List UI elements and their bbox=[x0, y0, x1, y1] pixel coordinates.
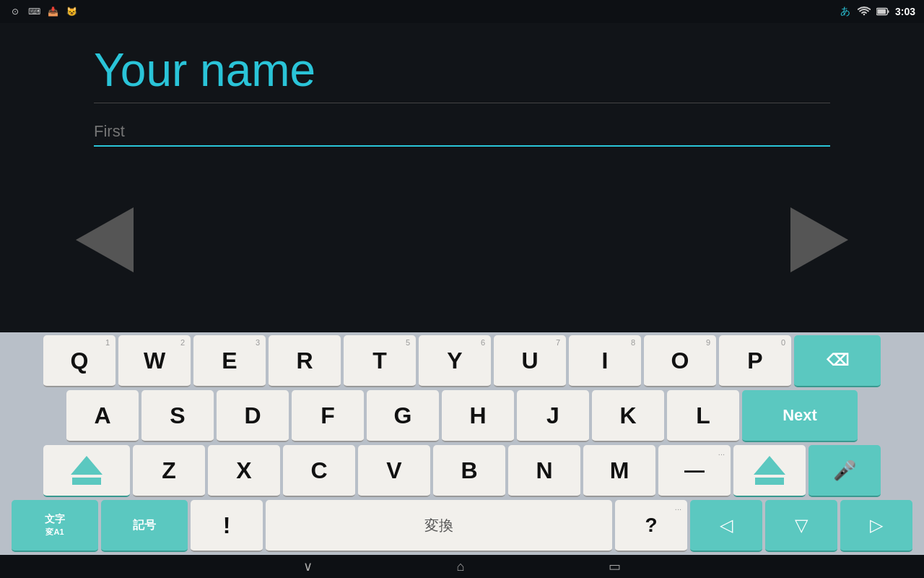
moji-key[interactable]: 文字変A1 bbox=[12, 500, 98, 552]
kigo-key[interactable]: 記号 bbox=[101, 500, 188, 552]
status-right-icons: あ 3:03 bbox=[839, 5, 915, 18]
key-k[interactable]: K bbox=[592, 390, 664, 442]
battery-icon bbox=[876, 5, 889, 18]
backspace-key[interactable]: ⌫ bbox=[794, 335, 881, 387]
ime-icon: あ bbox=[839, 5, 852, 18]
prev-arrow-button[interactable] bbox=[72, 207, 137, 272]
key-z[interactable]: Z bbox=[133, 445, 205, 497]
key-s[interactable]: S bbox=[141, 390, 214, 442]
next-arrow-button[interactable] bbox=[787, 207, 852, 272]
key-c[interactable]: C bbox=[283, 445, 355, 497]
key-f[interactable]: F bbox=[292, 390, 364, 442]
right-arrow-icon bbox=[790, 207, 848, 272]
nav-back-button[interactable]: ∨ bbox=[303, 558, 313, 574]
key-t[interactable]: 5T bbox=[344, 335, 416, 387]
download-icon: 📥 bbox=[46, 5, 59, 18]
nav-arrows bbox=[0, 204, 924, 276]
nav-right-key[interactable]: ▷ bbox=[840, 500, 912, 552]
shift-key-right[interactable] bbox=[733, 445, 806, 497]
status-time: 3:03 bbox=[895, 6, 915, 17]
key-m[interactable]: M bbox=[583, 445, 655, 497]
keyboard-row-3: Z X C V B N M ... — 🎤 bbox=[3, 445, 921, 497]
key-exclaim[interactable]: ! bbox=[191, 500, 263, 552]
key-dash[interactable]: ... — bbox=[658, 445, 731, 497]
left-arrow-icon bbox=[76, 207, 134, 272]
shift-key-left[interactable] bbox=[43, 445, 130, 497]
wifi-icon bbox=[858, 5, 871, 18]
keyboard-icon: ⌨ bbox=[27, 5, 40, 18]
svg-rect-1 bbox=[888, 10, 889, 13]
key-v[interactable]: V bbox=[358, 445, 430, 497]
keyboard-row-2: A S D F G H J K L Next bbox=[3, 390, 921, 442]
key-a[interactable]: A bbox=[66, 390, 139, 442]
key-y[interactable]: 6Y bbox=[419, 335, 491, 387]
nav-recents-button[interactable]: ▭ bbox=[609, 558, 621, 574]
nav-left-key[interactable]: ◁ bbox=[690, 500, 762, 552]
nav-down-key[interactable]: ▽ bbox=[765, 500, 837, 552]
key-question[interactable]: ... ? bbox=[615, 500, 687, 552]
page-title: Your name bbox=[94, 45, 830, 95]
title-divider bbox=[94, 103, 830, 103]
key-j[interactable]: J bbox=[517, 390, 589, 442]
cat-icon: 😺 bbox=[65, 5, 78, 18]
key-i[interactable]: 8I bbox=[569, 335, 641, 387]
key-r[interactable]: 4R bbox=[269, 335, 341, 387]
key-h[interactable]: H bbox=[442, 390, 514, 442]
key-e[interactable]: 3E bbox=[193, 335, 266, 387]
key-l[interactable]: L bbox=[667, 390, 739, 442]
key-x[interactable]: X bbox=[208, 445, 280, 497]
keyboard: 1Q 2W 3E 4R 5T 6Y 7U 8I 9O 0P ⌫ A S D F … bbox=[0, 332, 924, 555]
key-o[interactable]: 9O bbox=[644, 335, 716, 387]
key-b[interactable]: B bbox=[433, 445, 505, 497]
next-key[interactable]: Next bbox=[742, 390, 858, 442]
svg-rect-2 bbox=[877, 9, 886, 14]
status-bar: ⊙ ⌨ 📥 😺 あ 3:03 bbox=[0, 0, 924, 23]
mic-icon: 🎤 bbox=[833, 460, 856, 482]
keyboard-row-1: 1Q 2W 3E 4R 5T 6Y 7U 8I 9O 0P ⌫ bbox=[3, 335, 921, 387]
key-g[interactable]: G bbox=[367, 390, 439, 442]
input-row bbox=[94, 118, 830, 147]
keyboard-row-4: 文字変A1 記号 ! 変換 ... ? ◁ ▽ ▷ bbox=[3, 500, 921, 552]
status-left-icons: ⊙ ⌨ 📥 😺 bbox=[9, 5, 78, 18]
bottom-nav: ∨ ⌂ ▭ bbox=[0, 555, 924, 578]
key-w[interactable]: 2W bbox=[118, 335, 191, 387]
main-content: Your name bbox=[0, 23, 924, 197]
nav-home-button[interactable]: ⌂ bbox=[457, 559, 465, 574]
circle-icon: ⊙ bbox=[9, 5, 22, 18]
key-p[interactable]: 0P bbox=[719, 335, 791, 387]
key-d[interactable]: D bbox=[217, 390, 289, 442]
key-u[interactable]: 7U bbox=[494, 335, 566, 387]
space-key[interactable]: 変換 bbox=[266, 500, 612, 552]
key-q[interactable]: 1Q bbox=[43, 335, 116, 387]
first-name-input[interactable] bbox=[94, 118, 830, 147]
key-n[interactable]: N bbox=[508, 445, 580, 497]
mic-key[interactable]: 🎤 bbox=[808, 445, 881, 497]
